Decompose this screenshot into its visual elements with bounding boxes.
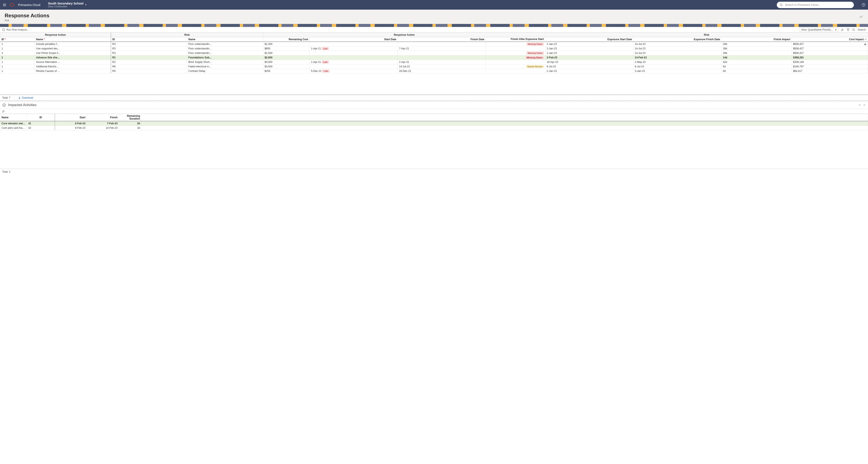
- sort-desc-icon: ↓≡: [864, 38, 867, 41]
- check-icon[interactable]: [859, 14, 863, 19]
- grid-footer: Total: 7 | Download: [0, 95, 868, 101]
- table-row[interactable]: 1Review Causes of ...R5Contract Delay$25…: [0, 69, 868, 73]
- brand-label: Primavera Cloud: [18, 3, 40, 7]
- col-header-cost-impact[interactable]: Cost Impact ↓≡: [792, 37, 868, 42]
- download-button[interactable]: Download: [18, 96, 33, 99]
- detail-title: Impacted Activities: [8, 103, 37, 107]
- grid-toolbar: Run Risk Analysis... View: Quantitative …: [0, 27, 868, 33]
- group-header-row: Response Action Risk Response Action Ris…: [0, 33, 868, 37]
- group-header: Risk: [545, 33, 868, 37]
- view-label: View: Quantitative Prioritiz...: [801, 28, 833, 31]
- menu-icon[interactable]: [3, 3, 6, 7]
- svg-line-10: [854, 30, 855, 31]
- svg-rect-3: [10, 4, 14, 6]
- col-header-risk-id[interactable]: ID: [111, 37, 187, 42]
- svg-line-5: [782, 5, 782, 6]
- chevron-down-icon[interactable]: [863, 103, 866, 106]
- col-header-start[interactable]: Start: [55, 114, 87, 121]
- col-header-name[interactable]: Name: [35, 37, 111, 42]
- detail-footer: Total: 2: [0, 169, 868, 174]
- page-header: Response Actions Risk: [0, 10, 868, 24]
- decorative-banner: [0, 24, 868, 27]
- table-row[interactable]: 2Include penalties f...R3Poor understand…: [0, 42, 868, 46]
- filter-icon[interactable]: [846, 28, 849, 31]
- svg-marker-8: [847, 29, 849, 31]
- table-row[interactable]: 1Source Alternative ...R2Brick Supply Sh…: [0, 60, 868, 64]
- total-label: Total: 7: [2, 96, 10, 99]
- table-row[interactable]: 1Additional Electric...R8Failed electric…: [0, 64, 868, 69]
- col-header-id[interactable]: ID: [0, 37, 35, 42]
- search-icon[interactable]: [852, 28, 855, 31]
- col-header-fin-impact[interactable]: Finish Impact: [721, 37, 792, 42]
- group-header: Response Action: [0, 33, 111, 37]
- help-icon[interactable]: [862, 3, 865, 7]
- table-row[interactable]: 3Use Prime Scope A...R3Poor understandin…: [0, 51, 868, 56]
- col-header-finish[interactable]: Finish: [87, 114, 119, 121]
- detail-total-label: Total: 2: [2, 170, 10, 173]
- col-header-finish[interactable]: Finish Date: [398, 37, 486, 42]
- response-actions-grid: Response Action Risk Response Action Ris…: [0, 33, 868, 95]
- context-subtitle: Davy Construction: [48, 5, 84, 8]
- wrench-icon[interactable]: [2, 110, 866, 113]
- search-input[interactable]: [785, 3, 851, 6]
- detail-panel-header: Impacted Activities: [0, 101, 868, 109]
- svg-point-4: [780, 4, 782, 5]
- column-header-row: ID Name ID Name Remaining Cost Start Dat…: [0, 37, 868, 42]
- group-header: Response Action: [263, 33, 545, 37]
- chevron-up-icon[interactable]: [858, 103, 861, 106]
- refresh-icon[interactable]: [2, 28, 5, 31]
- table-row[interactable]: Cure elevator wall...412-Feb-237-Feb-233…: [0, 121, 868, 126]
- col-header-start[interactable]: Start Date: [310, 37, 398, 42]
- chevron-down-icon: ▾: [85, 3, 87, 6]
- context-title: South Secondary School: [48, 2, 84, 5]
- col-header-id[interactable]: ID: [27, 114, 55, 121]
- group-header: Risk: [111, 33, 264, 37]
- page-title: Response Actions: [5, 12, 863, 19]
- col-header-name[interactable]: Name: [0, 114, 27, 121]
- chevron-down-icon: ▾: [835, 28, 837, 31]
- table-row[interactable]: Cure piers and fou...429-Feb-2314-Feb-23…: [0, 126, 868, 130]
- col-header-risk-name[interactable]: Name: [187, 37, 263, 42]
- run-risk-analysis-button[interactable]: Run Risk Analysis...: [6, 28, 29, 31]
- collapse-icon[interactable]: [2, 103, 6, 107]
- col-header-rem-cost[interactable]: Remaining Cost: [263, 37, 310, 42]
- col-header-exp-start[interactable]: Exposure Start Date: [545, 37, 633, 42]
- svg-point-14: [3, 103, 6, 106]
- toolbar-search-label[interactable]: Search: [858, 28, 866, 31]
- col-header-finish-after[interactable]: Finish After Exposure Start: [486, 37, 545, 42]
- add-column-icon[interactable]: [863, 42, 867, 46]
- table-row[interactable]: 1Use supported des...R3Poor understandin…: [0, 46, 868, 51]
- col-header-rem-dur[interactable]: Remaining Duration: [119, 114, 142, 121]
- context-switcher[interactable]: South Secondary School Davy Construction…: [44, 2, 87, 8]
- oracle-logo: [10, 3, 14, 6]
- svg-point-9: [852, 28, 854, 30]
- view-selector[interactable]: View: Quantitative Prioritiz... ▾: [799, 28, 838, 32]
- global-search[interactable]: [777, 2, 854, 8]
- detail-toolbar: [0, 109, 868, 114]
- search-icon: [780, 3, 783, 6]
- col-header-exp-finish[interactable]: Exposure Finish Date: [633, 37, 721, 42]
- impacted-activities-grid: Name ID Start Finish Remaining Duration …: [0, 114, 868, 130]
- table-row[interactable]: 1Advance Site che...R1Foundations Sub...…: [0, 56, 868, 60]
- wrench-icon[interactable]: [841, 28, 844, 31]
- page-subtitle: Risk: [5, 19, 863, 22]
- top-nav: Primavera Cloud South Secondary School D…: [0, 0, 868, 10]
